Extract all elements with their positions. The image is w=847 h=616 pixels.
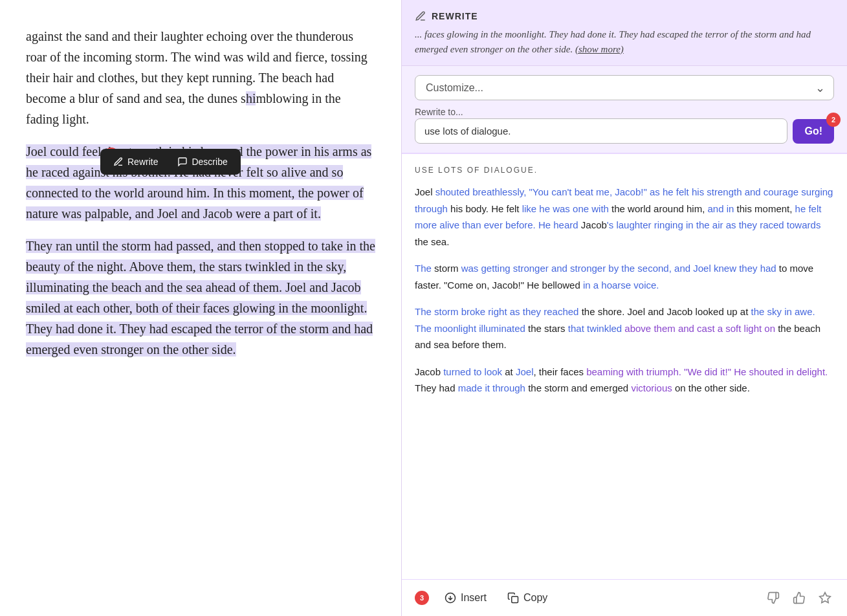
- rp4-t11: on the other side.: [675, 382, 750, 393]
- describe-tooltip-label: Describe: [192, 157, 227, 167]
- copy-icon: [507, 592, 519, 604]
- rp4-t7: They had: [415, 382, 458, 393]
- svg-marker-2: [820, 593, 831, 603]
- rewrite-preview-text: ... faces glowing in the moonlight. They…: [415, 27, 834, 56]
- rp3-t2: the shore. Joel and Jacob looked up at: [582, 306, 751, 317]
- result-paragraph-3: The storm broke right as they reached th…: [415, 303, 834, 353]
- footer-left: 3 Insert Copy: [415, 589, 553, 606]
- text-highlighted-1a: hi: [246, 91, 256, 105]
- result-heading: USE LOTS OF DIALOGUE.: [415, 166, 834, 175]
- thumbs-up-button[interactable]: [790, 589, 808, 607]
- insert-icon: [445, 592, 456, 604]
- result-paragraph-4: Jacob turned to look at Joel, their face…: [415, 364, 834, 397]
- result-paragraph-2: The storm was getting stronger and stron…: [415, 260, 834, 293]
- bookmark-icon: [819, 591, 831, 604]
- text-highlighted-3: They ran until the storm had passed, and…: [26, 239, 375, 357]
- step-3-badge: 3: [415, 591, 429, 605]
- show-more-link[interactable]: (show more): [575, 44, 624, 54]
- rp4-t5: , their faces: [533, 366, 586, 377]
- rp4-t2: turned to look: [443, 366, 505, 377]
- rp4-t10: victorious: [631, 382, 675, 393]
- rp3-t1: The storm broke right as they reached: [415, 306, 582, 317]
- rewrite-to-input[interactable]: [415, 118, 787, 144]
- rp1-t4: his body. He felt: [450, 203, 522, 214]
- rewrite-to-row: Rewrite to... Go! 2: [402, 100, 847, 153]
- rp4-t9: the storm and emerged: [528, 382, 631, 393]
- customize-select[interactable]: Customize...: [415, 75, 834, 100]
- rewrite-tooltip-button[interactable]: Rewrite: [105, 153, 166, 171]
- thumbs-down-icon: [767, 591, 780, 604]
- bookmark-button[interactable]: [816, 589, 834, 607]
- footer-right: [764, 589, 834, 607]
- right-panel: REWRITE ... faces glowing in the moonlig…: [401, 0, 847, 616]
- left-panel: against the sand and their laughter echo…: [0, 0, 401, 616]
- rewrite-header: REWRITE ... faces glowing in the moonlig…: [402, 0, 847, 66]
- rp4-t1: Jacob: [415, 366, 443, 377]
- rp1-t7: and in: [708, 203, 737, 214]
- step-2-badge: 2: [826, 113, 841, 127]
- rp1-t11: 's laughter ringing in the air as they r…: [607, 219, 821, 230]
- result-footer: 3 Insert Copy: [402, 579, 847, 616]
- rp1-t8: this moment,: [737, 203, 795, 214]
- go-button[interactable]: Go! 2: [793, 119, 834, 144]
- rp1-t6: the world around him,: [611, 203, 707, 214]
- rp1-t10: Jacob: [581, 219, 607, 230]
- rp2-t3: was getting stronger and stronger by the…: [461, 263, 674, 274]
- customize-row: Customize... ⌄: [402, 66, 847, 100]
- thumbs-down-button[interactable]: [764, 589, 782, 607]
- rp3-t4: the stars: [528, 323, 568, 334]
- rp1-t2: shouted breathlessly, "You can't beat me…: [435, 186, 692, 197]
- rp2-t4: and Joel knew they had: [674, 263, 779, 274]
- rewrite-to-label: Rewrite to...: [415, 107, 463, 117]
- svg-rect-1: [512, 597, 518, 603]
- result-paragraph-1: Joel shouted breathlessly, "You can't be…: [415, 184, 834, 250]
- rp2-t2: storm: [434, 263, 461, 274]
- customize-select-wrapper: Customize... ⌄: [415, 75, 834, 100]
- rp3-t5: that twinkled: [568, 323, 625, 334]
- rewrite-header-icon: [415, 10, 426, 22]
- rp2-t6: in a hoarse voice.: [583, 280, 659, 291]
- rewrite-tooltip-label: Rewrite: [127, 157, 158, 167]
- rp1-t5: like he was one with: [522, 203, 611, 214]
- copy-label: Copy: [523, 592, 547, 604]
- rewrite-header-title: REWRITE: [432, 11, 478, 21]
- result-text: Joel shouted breathlessly, "You can't be…: [415, 184, 834, 397]
- rewrite-icon: [113, 157, 124, 167]
- describe-tooltip-button[interactable]: Describe: [170, 153, 235, 171]
- result-area: USE LOTS OF DIALOGUE. Joel shouted breat…: [402, 153, 847, 579]
- rp2-t1: The: [415, 263, 434, 274]
- rp4-t8: made it through: [458, 382, 528, 393]
- rp3-t6: above them and cast a soft light on: [624, 323, 778, 334]
- thumbs-up-icon: [793, 591, 806, 604]
- copy-button[interactable]: Copy: [502, 589, 553, 606]
- insert-button[interactable]: Insert: [439, 589, 492, 606]
- rp1-t12: the sea.: [415, 236, 449, 247]
- rp4-t6: beaming with triumph. "We did it!" He sh…: [586, 366, 828, 377]
- insert-label: Insert: [461, 592, 487, 604]
- rp4-t3: at: [505, 366, 516, 377]
- describe-icon: [177, 157, 188, 167]
- rp4-t4: Joel: [516, 366, 534, 377]
- rp1-t1: Joel: [415, 186, 435, 197]
- rewrite-to-input-wrap: Go! 2: [415, 118, 834, 144]
- tooltip-popup: Rewrite Describe: [100, 149, 241, 175]
